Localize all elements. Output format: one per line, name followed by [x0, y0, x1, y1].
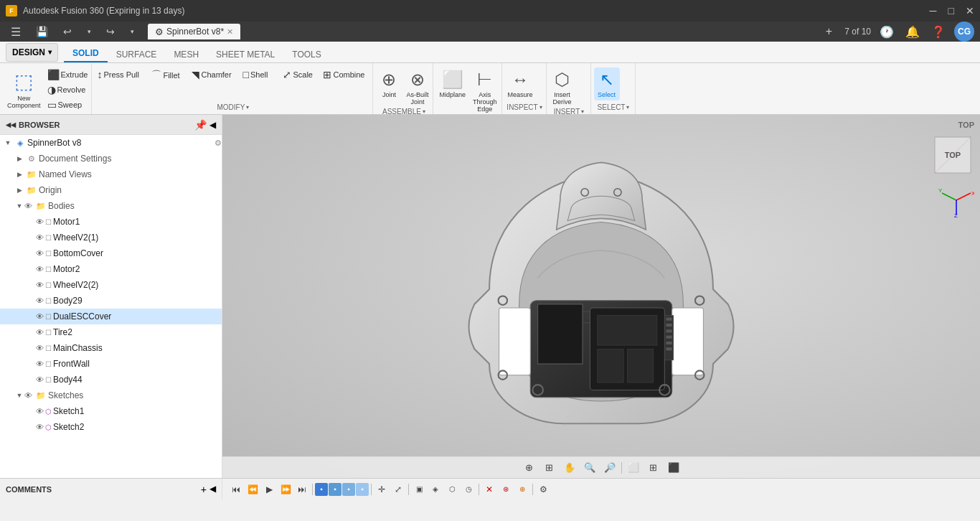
bottomcover-visibility[interactable]: 👁 [36, 249, 44, 258]
btm-resize-icon[interactable]: ⤢ [390, 482, 406, 497]
doc-settings-toggle[interactable] [14, 154, 24, 164]
measure-button[interactable]: ↔ Measure [505, 67, 536, 100]
sketches-toggle[interactable] [14, 390, 24, 400]
tree-doc-settings[interactable]: ⚙ Document Settings [0, 151, 222, 166]
user-avatar[interactable]: CG [954, 22, 974, 42]
body44-visibility[interactable]: 👁 [36, 375, 44, 384]
browser-pin-button[interactable]: 📌 [194, 119, 207, 131]
btm-icon-7[interactable]: ⬡ [444, 482, 460, 497]
btm-move-icon[interactable]: ✛ [374, 482, 390, 497]
tab-tools[interactable]: TOOLS [283, 47, 329, 62]
new-component-button[interactable]: ⬚ NewComponent [4, 67, 44, 111]
tree-bottomcover[interactable]: 👁 ☐ BottomCover [0, 245, 222, 261]
minimize-button[interactable]: ─ [930, 5, 937, 17]
btm-play-forward-button[interactable]: ⏩ [278, 482, 293, 497]
body29-visibility[interactable]: 👁 [36, 296, 44, 305]
mainchassis-visibility[interactable]: 👁 [36, 344, 44, 352]
btm-play-button[interactable]: ▶ [261, 482, 277, 497]
new-tab-button[interactable]: + [819, 22, 839, 42]
file-tab-spinnerbot[interactable]: ⚙ SpinnerBot v8* ✕ [148, 24, 240, 39]
tree-tire2[interactable]: 👁 ☐ Tire2 [0, 324, 222, 340]
chamfer-button[interactable]: ◥ Chamfer [189, 67, 240, 82]
revolve-button[interactable]: ◑ Revolve [45, 83, 90, 97]
pan-button[interactable]: ⊕ [521, 459, 538, 477]
origin-toggle[interactable] [14, 185, 24, 195]
bodies-visibility[interactable]: 👁 [24, 202, 32, 210]
shell-button[interactable]: □ Shell [240, 67, 280, 82]
tree-dualesccover[interactable]: 👁 ☐ DualESCCover [0, 309, 222, 324]
tree-sketches[interactable]: 👁 📁 Sketches [0, 388, 222, 403]
extrude-button[interactable]: ⬛ Extrude [45, 67, 90, 82]
tab-sheet-metal[interactable]: SHEET METAL [207, 47, 283, 62]
named-views-toggle[interactable] [14, 169, 24, 179]
nav-cube[interactable]: TOP [931, 133, 974, 177]
help-icon[interactable]: ❓ [928, 22, 948, 42]
tree-body29[interactable]: 👁 ☐ Body29 [0, 293, 222, 309]
tree-root-item[interactable]: ◈ SpinnerBot v8 ⚙ [0, 135, 222, 151]
workspace-button[interactable]: DESIGN ▾ [6, 43, 58, 62]
btm-icon-6[interactable]: ◈ [428, 482, 443, 497]
undo-dropdown[interactable]: ▾ [79, 22, 99, 42]
midplane-button[interactable]: ⬜ Midplane [436, 67, 468, 100]
motor2-visibility[interactable]: 👁 [36, 265, 44, 273]
hand-button[interactable]: ✋ [561, 459, 578, 477]
tree-wheelv2-1[interactable]: 👁 ☐ WheelV2(1) [0, 230, 222, 245]
redo-button[interactable]: ↪ [100, 22, 121, 42]
maximize-button[interactable]: □ [948, 5, 954, 17]
axis-edge-button[interactable]: ⊢ AxisThroughEdge [470, 67, 500, 115]
dualesccover-visibility[interactable]: 👁 [36, 312, 44, 321]
as-built-joint-button[interactable]: ⊗ As-BuiltJoint [403, 67, 431, 108]
orbit-button[interactable]: ⊞ [541, 459, 558, 477]
redo-dropdown[interactable]: ▾ [122, 22, 142, 42]
press-pull-button[interactable]: ↕ Press Pull [95, 67, 149, 82]
btm-next-button[interactable]: ⏭ [294, 482, 310, 497]
motor1-visibility[interactable]: 👁 [36, 217, 44, 226]
tab-surface[interactable]: SURFACE [108, 47, 166, 62]
wheelv2-2-visibility[interactable]: 👁 [36, 281, 44, 289]
tree-named-views[interactable]: 📁 Named Views [0, 166, 222, 182]
tree-body44[interactable]: 👁 ☐ Body44 [0, 372, 222, 388]
bodies-toggle[interactable] [14, 201, 24, 211]
tab-solid[interactable]: SOLID [64, 45, 108, 62]
btm-icon-1[interactable]: ▪ [315, 483, 328, 496]
tree-motor1[interactable]: 👁 ☐ Motor1 [0, 214, 222, 230]
display-mode-button[interactable]: ⬜ [625, 459, 642, 477]
viewport[interactable]: TOP TOP X Y Z ⊕ ⊞ ✋ 🔍 🔎 [222, 115, 980, 478]
btm-red-icon-2[interactable]: ⊛ [498, 482, 514, 497]
btm-icon-2[interactable]: ▪ [329, 483, 341, 496]
sketches-visibility[interactable]: 👁 [24, 391, 32, 400]
scale-button[interactable]: ⤢ Scale [281, 67, 320, 82]
wheelv2-1-visibility[interactable]: 👁 [36, 233, 44, 242]
select-button[interactable]: ↖ Select [594, 67, 620, 100]
sketch1-visibility[interactable]: 👁 [36, 407, 44, 416]
tree-origin[interactable]: 📁 Origin [0, 182, 222, 198]
btm-icon-5[interactable]: ▣ [411, 482, 427, 497]
sketch2-visibility[interactable]: 👁 [36, 423, 44, 431]
comments-add-button[interactable]: + [201, 484, 207, 495]
clock-icon[interactable]: 🕐 [877, 22, 897, 42]
save-button[interactable]: 💾 [32, 22, 52, 42]
tire2-visibility[interactable]: 👁 [36, 328, 44, 337]
comments-collapse-button[interactable]: ◀ [209, 484, 216, 495]
render-button[interactable]: ⬛ [665, 459, 682, 477]
sweep-button[interactable]: ▭ Sweep [45, 98, 90, 112]
btm-icon-3[interactable]: ▪ [342, 483, 355, 496]
root-settings-icon[interactable]: ⚙ [215, 139, 222, 148]
grid-button[interactable]: ⊞ [645, 459, 662, 477]
file-tab-close[interactable]: ✕ [227, 27, 233, 37]
tree-frontwall[interactable]: 👁 ☐ FrontWall [0, 356, 222, 372]
tree-wheelv2-2[interactable]: 👁 ☐ WheelV2(2) [0, 277, 222, 293]
tab-mesh[interactable]: MESH [165, 47, 207, 62]
btm-icon-8[interactable]: ◷ [461, 482, 476, 497]
fillet-button[interactable]: ⌒ Fillet [149, 67, 189, 83]
zoom-fit-button[interactable]: 🔎 [601, 459, 618, 477]
tree-sketch1[interactable]: 👁 ⬡ Sketch1 [0, 403, 222, 419]
undo-button[interactable]: ↩ [57, 22, 77, 42]
frontwall-visibility[interactable]: 👁 [36, 360, 44, 368]
browser-collapse-button[interactable]: ◀ [209, 120, 216, 130]
joint-button[interactable]: ⊕ Joint [376, 67, 402, 100]
root-toggle[interactable] [3, 138, 13, 148]
btm-settings-icon[interactable]: ⚙ [535, 482, 551, 497]
zoom-in-button[interactable]: 🔍 [581, 459, 598, 477]
menu-button[interactable]: ☰ [6, 22, 26, 42]
